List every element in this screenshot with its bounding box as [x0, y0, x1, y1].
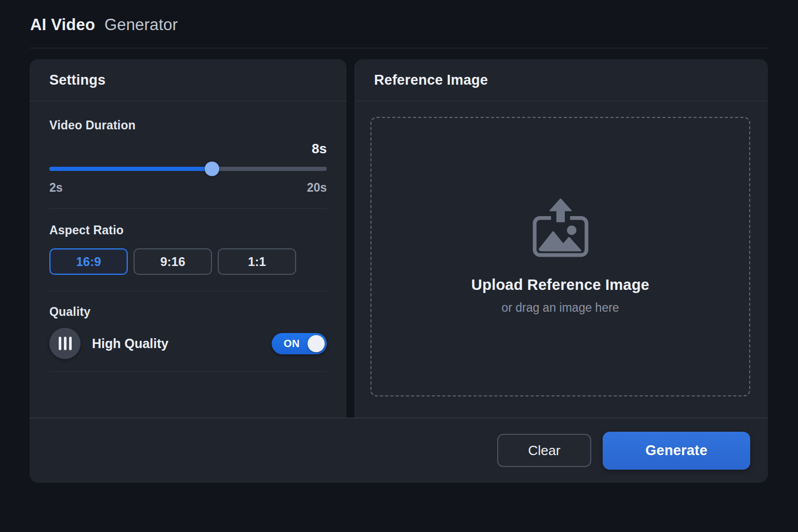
quality-row: High Quality ON — [49, 328, 327, 359]
duration-value: 8s — [312, 141, 327, 157]
generate-button[interactable]: Generate — [603, 432, 750, 470]
aspect-ratio-buttons: 16:9 9:16 1:1 — [49, 248, 327, 275]
upload-title: Upload Reference Image — [471, 276, 649, 294]
clear-button[interactable]: Clear — [497, 434, 591, 467]
duration-value-row: 8s — [49, 141, 327, 157]
panels-row: Settings Video Duration 8s — [30, 59, 768, 418]
main-content: Settings Video Duration 8s — [30, 59, 768, 483]
high-quality-label: High Quality — [92, 336, 168, 351]
aspect-ratio-section: Aspect Ratio 16:9 9:16 1:1 — [49, 209, 327, 291]
page-title-bold: AI Video — [30, 16, 95, 34]
duration-slider-track[interactable] — [49, 167, 327, 171]
settings-panel-body: Video Duration 8s 2s — [30, 101, 347, 372]
aspect-option-16-9[interactable]: 16:9 — [49, 248, 128, 275]
footer-action-bar: Clear Generate — [30, 418, 768, 483]
upload-image-icon — [532, 198, 589, 258]
duration-min-label: 2s — [49, 181, 63, 195]
page-header: AI Video Generator — [0, 0, 798, 48]
reference-panel-header: Reference Image — [354, 59, 768, 101]
reference-image-panel: Reference Image — [354, 59, 768, 418]
duration-slider[interactable] — [49, 161, 327, 177]
ai-video-generator-app: AI Video Generator Settings Video Durati… — [0, 0, 798, 532]
quality-label: Quality — [49, 305, 327, 319]
duration-slider-fill — [49, 167, 212, 171]
duration-max-label: 20s — [307, 181, 327, 195]
section-divider — [49, 371, 327, 372]
settings-title: Settings — [49, 72, 105, 88]
aspect-ratio-label: Aspect Ratio — [49, 223, 327, 237]
upload-subtitle: or drag an image here — [501, 301, 619, 315]
page-title-light: Generator — [104, 16, 178, 34]
quality-bars-icon — [49, 328, 81, 359]
page-title: AI Video Generator — [30, 16, 768, 34]
title-divider — [30, 48, 768, 48]
quality-section: Quality High Quality ON — [49, 291, 327, 372]
duration-slider-thumb[interactable] — [205, 162, 219, 176]
aspect-option-9-16[interactable]: 9:16 — [134, 248, 212, 275]
upload-dropzone[interactable]: Upload Reference Image or drag an image … — [370, 117, 750, 396]
high-quality-toggle[interactable]: ON — [272, 333, 327, 354]
aspect-option-1-1[interactable]: 1:1 — [218, 248, 296, 275]
video-duration-label: Video Duration — [49, 118, 327, 132]
video-duration-section: Video Duration 8s 2s — [49, 101, 327, 209]
reference-image-title: Reference Image — [374, 72, 488, 88]
reference-panel-body: Upload Reference Image or drag an image … — [354, 101, 768, 396]
settings-panel-header: Settings — [30, 59, 347, 101]
settings-panel: Settings Video Duration 8s — [30, 59, 347, 418]
duration-minmax-row: 2s 20s — [49, 181, 327, 195]
toggle-state-label: ON — [284, 338, 300, 350]
toggle-knob[interactable] — [308, 335, 325, 352]
